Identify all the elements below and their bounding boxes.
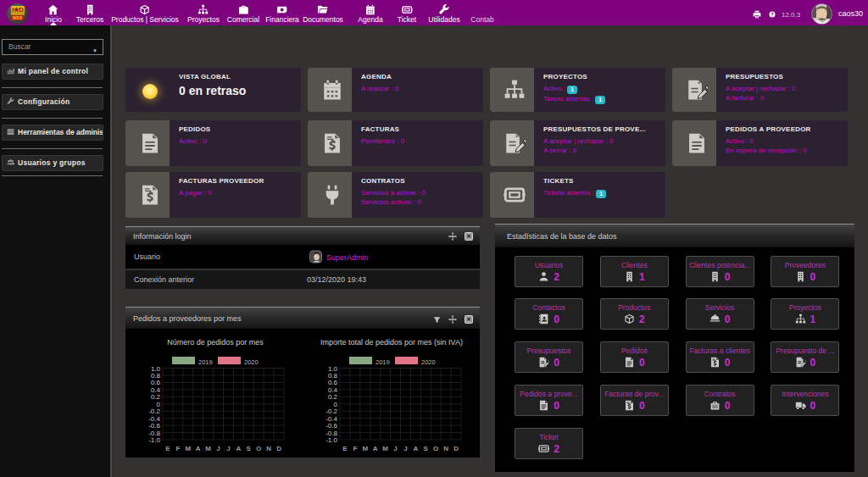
svg-text:O: O <box>256 445 261 452</box>
svg-text:M: M <box>362 445 368 452</box>
svg-text:N: N <box>443 445 448 452</box>
svg-text:O: O <box>433 445 438 452</box>
svg-text:-1.0: -1.0 <box>326 436 337 444</box>
svg-text:N: N <box>266 445 271 452</box>
svg-text:2019: 2019 <box>198 358 213 366</box>
svg-text:Importe total de pedidos por m: Importe total de pedidos por mes (sin IV… <box>320 338 463 347</box>
svg-text:J: J <box>403 445 407 452</box>
svg-text:A: A <box>413 445 418 452</box>
svg-text:M: M <box>185 445 191 452</box>
svg-text:-1.0: -1.0 <box>148 436 160 444</box>
svg-text:D: D <box>276 445 281 452</box>
svg-text:E: E <box>165 445 170 452</box>
svg-text:M: M <box>205 445 211 452</box>
svg-text:S: S <box>247 445 252 452</box>
svg-text:F: F <box>175 445 180 452</box>
svg-text:2020: 2020 <box>421 358 436 366</box>
svg-text:D: D <box>453 445 459 452</box>
svg-text:A: A <box>196 445 201 452</box>
svg-text:F: F <box>353 445 357 452</box>
svg-text:E: E <box>342 445 348 452</box>
svg-text:S: S <box>424 445 429 452</box>
svg-text:A: A <box>236 445 241 452</box>
svg-text:A: A <box>373 445 378 452</box>
svg-text:J: J <box>226 445 230 452</box>
svg-text:J: J <box>216 445 220 452</box>
svg-text:Número de pedidos por mes: Número de pedidos por mes <box>167 338 264 347</box>
svg-text:J: J <box>393 445 397 452</box>
svg-text:2020: 2020 <box>244 358 259 366</box>
svg-text:M: M <box>382 445 388 452</box>
svg-text:2019: 2019 <box>376 358 390 366</box>
